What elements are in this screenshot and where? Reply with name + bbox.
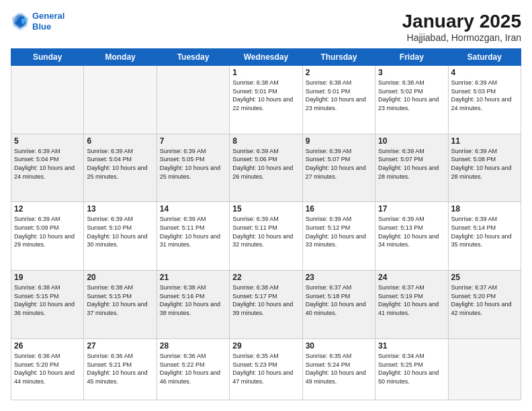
day-info: Sunrise: 6:39 AMSunset: 5:07 PMDaylight:…: [378, 147, 445, 181]
day-number: 3: [378, 68, 445, 77]
logo-line2: Blue: [32, 21, 51, 32]
calendar-cell: 6Sunrise: 6:39 AMSunset: 5:04 PMDaylight…: [84, 134, 157, 202]
day-number: 17: [378, 204, 445, 214]
day-number: 30: [306, 341, 372, 351]
calendar-cell: 12Sunrise: 6:39 AMSunset: 5:09 PMDayligh…: [11, 202, 84, 271]
calendar-cell: 19Sunrise: 6:38 AMSunset: 5:15 PMDayligh…: [11, 271, 84, 339]
logo-icon: [11, 12, 30, 31]
day-number: 4: [451, 68, 518, 77]
day-info: Sunrise: 6:39 AMSunset: 5:03 PMDaylight:…: [451, 79, 518, 112]
day-info: Sunrise: 6:39 AMSunset: 5:06 PMDaylight:…: [232, 147, 299, 181]
day-number: 24: [378, 273, 445, 282]
day-number: 20: [87, 273, 153, 282]
day-number: 6: [87, 136, 153, 146]
day-info: Sunrise: 6:38 AMSunset: 5:01 PMDaylight:…: [306, 79, 372, 112]
day-number: 31: [378, 341, 445, 351]
day-info: Sunrise: 6:39 AMSunset: 5:08 PMDaylight:…: [451, 147, 518, 181]
day-info: Sunrise: 6:39 AMSunset: 5:12 PMDaylight:…: [306, 215, 372, 248]
day-number: 22: [232, 273, 299, 282]
weekday-header: Thursday: [302, 49, 375, 66]
calendar-cell: 2Sunrise: 6:38 AMSunset: 5:01 PMDaylight…: [302, 66, 375, 134]
calendar-cell: 16Sunrise: 6:39 AMSunset: 5:12 PMDayligh…: [302, 202, 375, 271]
weekday-header: Sunday: [11, 49, 84, 66]
calendar-cell: 7Sunrise: 6:39 AMSunset: 5:05 PMDaylight…: [157, 134, 229, 202]
calendar-cell: [11, 66, 84, 134]
day-number: 8: [232, 136, 299, 146]
calendar-cell: [448, 338, 521, 400]
day-number: 12: [14, 204, 81, 214]
logo-line1: General: [32, 11, 64, 21]
calendar-cell: [157, 66, 229, 134]
day-info: Sunrise: 6:39 AMSunset: 5:13 PMDaylight:…: [378, 215, 445, 248]
day-number: 10: [378, 136, 445, 146]
day-number: 14: [160, 204, 226, 214]
day-number: 21: [160, 273, 226, 282]
day-number: 9: [306, 136, 372, 146]
calendar-cell: 18Sunrise: 6:39 AMSunset: 5:14 PMDayligh…: [448, 202, 521, 271]
subtitle: Hajjiabad, Hormozgan, Iran: [402, 32, 521, 43]
calendar-cell: 9Sunrise: 6:39 AMSunset: 5:07 PMDaylight…: [302, 134, 375, 202]
day-info: Sunrise: 6:38 AMSunset: 5:16 PMDaylight:…: [160, 283, 226, 317]
day-number: 7: [160, 136, 226, 146]
calendar-cell: 21Sunrise: 6:38 AMSunset: 5:16 PMDayligh…: [157, 271, 229, 339]
weekday-header: Friday: [375, 49, 448, 66]
day-info: Sunrise: 6:39 AMSunset: 5:05 PMDaylight:…: [160, 147, 226, 181]
day-info: Sunrise: 6:39 AMSunset: 5:11 PMDaylight:…: [232, 215, 299, 248]
weekday-header: Monday: [84, 49, 157, 66]
calendar-cell: 11Sunrise: 6:39 AMSunset: 5:08 PMDayligh…: [448, 134, 521, 202]
day-number: 15: [232, 204, 299, 214]
calendar-week-row: 19Sunrise: 6:38 AMSunset: 5:15 PMDayligh…: [11, 271, 521, 339]
calendar-cell: 8Sunrise: 6:39 AMSunset: 5:06 PMDaylight…: [230, 134, 302, 202]
day-info: Sunrise: 6:36 AMSunset: 5:21 PMDaylight:…: [87, 352, 153, 385]
header: General Blue January 2025 Hajjiabad, Hor…: [11, 11, 521, 43]
day-number: 26: [14, 341, 81, 351]
day-info: Sunrise: 6:37 AMSunset: 5:20 PMDaylight:…: [451, 283, 518, 317]
day-number: 16: [306, 204, 372, 214]
day-number: 2: [306, 68, 372, 77]
calendar-week-row: 12Sunrise: 6:39 AMSunset: 5:09 PMDayligh…: [11, 202, 521, 271]
calendar-cell: 20Sunrise: 6:38 AMSunset: 5:15 PMDayligh…: [84, 271, 157, 339]
day-info: Sunrise: 6:39 AMSunset: 5:04 PMDaylight:…: [14, 147, 81, 181]
day-info: Sunrise: 6:39 AMSunset: 5:11 PMDaylight:…: [160, 215, 226, 248]
day-info: Sunrise: 6:39 AMSunset: 5:09 PMDaylight:…: [14, 215, 81, 248]
logo: General Blue: [11, 11, 64, 32]
day-number: 29: [232, 341, 299, 351]
day-info: Sunrise: 6:37 AMSunset: 5:19 PMDaylight:…: [378, 283, 445, 317]
calendar-cell: 14Sunrise: 6:39 AMSunset: 5:11 PMDayligh…: [157, 202, 229, 271]
day-info: Sunrise: 6:36 AMSunset: 5:20 PMDaylight:…: [14, 352, 81, 385]
day-info: Sunrise: 6:38 AMSunset: 5:15 PMDaylight:…: [87, 283, 153, 317]
day-info: Sunrise: 6:39 AMSunset: 5:14 PMDaylight:…: [451, 215, 518, 248]
calendar: SundayMondayTuesdayWednesdayThursdayFrid…: [11, 48, 521, 400]
day-info: Sunrise: 6:38 AMSunset: 5:01 PMDaylight:…: [232, 79, 299, 112]
day-info: Sunrise: 6:38 AMSunset: 5:17 PMDaylight:…: [232, 283, 299, 317]
weekday-header: Saturday: [448, 49, 521, 66]
day-number: 11: [451, 136, 518, 146]
day-info: Sunrise: 6:36 AMSunset: 5:22 PMDaylight:…: [160, 352, 226, 385]
day-info: Sunrise: 6:38 AMSunset: 5:15 PMDaylight:…: [14, 283, 81, 317]
calendar-cell: 10Sunrise: 6:39 AMSunset: 5:07 PMDayligh…: [375, 134, 448, 202]
calendar-cell: 17Sunrise: 6:39 AMSunset: 5:13 PMDayligh…: [375, 202, 448, 271]
day-number: 1: [232, 68, 299, 77]
calendar-cell: [84, 66, 157, 134]
calendar-cell: 15Sunrise: 6:39 AMSunset: 5:11 PMDayligh…: [230, 202, 302, 271]
calendar-cell: 5Sunrise: 6:39 AMSunset: 5:04 PMDaylight…: [11, 134, 84, 202]
calendar-cell: 22Sunrise: 6:38 AMSunset: 5:17 PMDayligh…: [230, 271, 302, 339]
day-info: Sunrise: 6:39 AMSunset: 5:04 PMDaylight:…: [87, 147, 153, 181]
calendar-cell: 25Sunrise: 6:37 AMSunset: 5:20 PMDayligh…: [448, 271, 521, 339]
day-number: 25: [451, 273, 518, 282]
title-block: January 2025 Hajjiabad, Hormozgan, Iran: [402, 11, 521, 43]
day-info: Sunrise: 6:34 AMSunset: 5:25 PMDaylight:…: [378, 352, 445, 385]
day-info: Sunrise: 6:37 AMSunset: 5:18 PMDaylight:…: [306, 283, 372, 317]
day-number: 5: [14, 136, 81, 146]
day-info: Sunrise: 6:38 AMSunset: 5:02 PMDaylight:…: [378, 79, 445, 112]
calendar-cell: 26Sunrise: 6:36 AMSunset: 5:20 PMDayligh…: [11, 338, 84, 400]
day-info: Sunrise: 6:39 AMSunset: 5:07 PMDaylight:…: [306, 147, 372, 181]
calendar-cell: 1Sunrise: 6:38 AMSunset: 5:01 PMDaylight…: [230, 66, 302, 134]
calendar-cell: 29Sunrise: 6:35 AMSunset: 5:23 PMDayligh…: [230, 338, 302, 400]
day-number: 13: [87, 204, 153, 214]
weekday-header-row: SundayMondayTuesdayWednesdayThursdayFrid…: [11, 49, 521, 66]
day-info: Sunrise: 6:35 AMSunset: 5:24 PMDaylight:…: [306, 352, 372, 385]
calendar-cell: 23Sunrise: 6:37 AMSunset: 5:18 PMDayligh…: [302, 271, 375, 339]
day-number: 19: [14, 273, 81, 282]
calendar-cell: 31Sunrise: 6:34 AMSunset: 5:25 PMDayligh…: [375, 338, 448, 400]
